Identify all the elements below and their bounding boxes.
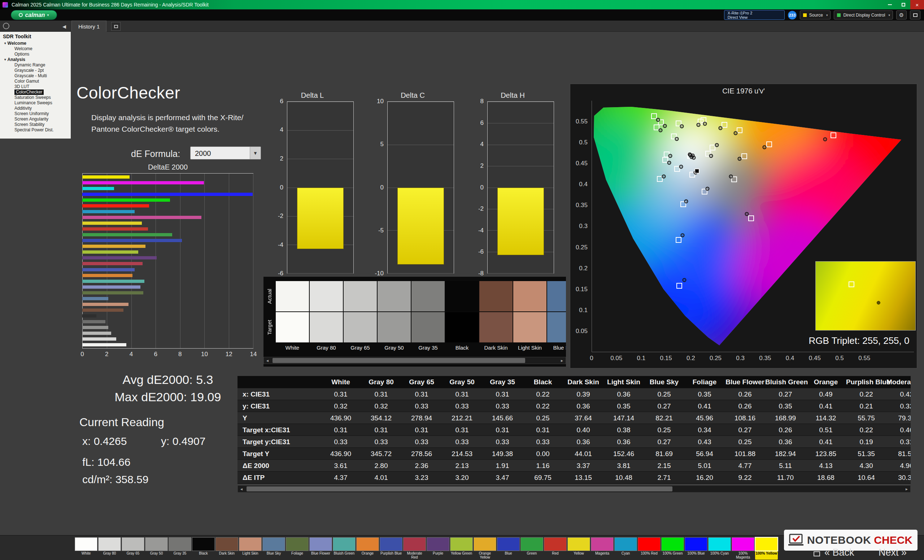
patch-button-100-magenta[interactable]: 100% Magenta — [732, 537, 754, 560]
patch-button-gray-35[interactable]: Gray 35 — [168, 537, 191, 560]
delta-l-tick-label: 2 — [280, 155, 284, 162]
target-swatch — [513, 312, 546, 343]
patch-button-dark-skin[interactable]: Dark Skin — [216, 537, 238, 560]
sidebar-item-luminance-sweeps[interactable]: Luminance Sweeps — [0, 100, 71, 106]
scroll-left-icon[interactable]: ◄ — [264, 357, 271, 364]
scroll-right-icon[interactable]: ► — [903, 486, 910, 492]
de-formula-select[interactable]: 2000 ▼ — [190, 147, 261, 159]
sidebar-item-label: Dynamic Range — [14, 63, 45, 68]
target-swatch — [411, 312, 445, 343]
patch-color — [333, 537, 356, 551]
table-cell: 214.53 — [442, 448, 482, 459]
patch-button-100-green[interactable]: 100% Green — [661, 537, 684, 560]
table-row-y: Y436.90354.12278.94212.21145.660.2537.64… — [237, 412, 910, 424]
swatch-strip-panel: Actual Target WhiteGray 80Gray 65Gray 50… — [264, 277, 566, 367]
patch-button-orange-yellow[interactable]: Orange Yellow — [474, 537, 496, 560]
sidebar: SDR Toolkit ▾WelcomeWelcomeOptions▾Analy… — [0, 32, 71, 139]
calman-logo-icon — [19, 13, 23, 17]
patch-button-gray-80[interactable]: Gray 80 — [98, 537, 121, 560]
minimize-button[interactable] — [883, 0, 897, 9]
sidebar-item-additivity[interactable]: Additivity — [0, 106, 71, 111]
sidebar-item-spectral-power-dist[interactable]: Spectral Power Dist. — [0, 127, 71, 133]
patch-button-100-red[interactable]: 100% Red — [638, 537, 660, 560]
scroll-right-icon[interactable]: ► — [558, 357, 566, 364]
deltae-bar-moderate-red — [82, 262, 142, 265]
sidebar-item-saturation-sweeps[interactable]: Saturation Sweeps — [0, 95, 71, 100]
patch-button-purplish-blue[interactable]: Purplish Blue — [380, 537, 402, 560]
patch-button-100-yellow[interactable]: 100% Yellow — [755, 537, 778, 560]
swatch-scroll-thumb[interactable] — [273, 358, 525, 363]
sidebar-item-grayscale-multi[interactable]: Grayscale - Multi — [0, 73, 71, 79]
patch-button-gray-50[interactable]: Gray 50 — [145, 537, 168, 560]
fullscreen-button[interactable] — [910, 10, 920, 19]
patch-button-blue-flower[interactable]: Blue Flower — [309, 537, 332, 560]
sidebar-item-screen-uniformity[interactable]: Screen Uniformity — [0, 111, 71, 117]
new-tab-button[interactable] — [111, 22, 120, 31]
meter-button[interactable]: X-Rite i1Pro 2 Direct View — [724, 10, 784, 20]
swatch-scrollbar[interactable]: ◄ ► — [264, 357, 566, 364]
patch-button-black[interactable]: Black — [192, 537, 215, 560]
patch-button-blue[interactable]: Blue — [497, 537, 520, 560]
patch-label: Blue Sky — [262, 551, 285, 560]
sidebar-item-3d-lut[interactable]: 3D LUT — [0, 84, 71, 90]
sidebar-item-color-gamut[interactable]: Color Gamut — [0, 79, 71, 84]
swatch-column-black: Black — [446, 281, 478, 352]
patch-button-yellow-green[interactable]: Yellow Green — [450, 537, 473, 560]
tree-expand-icon[interactable]: ▾ — [4, 57, 6, 63]
close-button[interactable]: × — [910, 0, 924, 9]
table-cell: 0.51 — [806, 424, 846, 436]
source-dropdown[interactable]: Source ▾ — [800, 10, 831, 19]
table-cell: 0.35 — [765, 400, 806, 412]
delta-l-bar — [297, 188, 343, 249]
maximize-button[interactable] — [897, 0, 910, 9]
settings-button[interactable]: ⚙ — [896, 10, 907, 19]
patch-button-foliage[interactable]: Foliage — [286, 537, 309, 560]
back-button[interactable]: « Back — [824, 547, 854, 558]
sidebar-item-welcome[interactable]: ▾Welcome — [0, 41, 71, 46]
patch-button-green[interactable]: Green — [520, 537, 543, 560]
sidebar-item-screen-angularity[interactable]: Screen Angularity — [0, 117, 71, 122]
sidebar-item-grayscale-2pt[interactable]: Grayscale - 2pt — [0, 68, 71, 73]
table-cell: 212.21 — [442, 412, 482, 424]
sidebar-collapse-button[interactable]: ◀ — [60, 22, 69, 31]
scroll-left-icon[interactable]: ◄ — [238, 486, 245, 492]
table-cell: 0.38 — [603, 424, 644, 436]
sidebar-item-dynamic-range[interactable]: Dynamic Range — [0, 63, 71, 68]
table-cell: 354.12 — [361, 412, 401, 424]
cie-target-marker — [676, 283, 682, 289]
patch-label: Magenta — [591, 551, 614, 560]
sidebar-item-screen-stability[interactable]: Screen Stability — [0, 122, 71, 127]
table-row-label: y: CIE31 — [237, 400, 321, 412]
sidebar-item-options[interactable]: Options — [0, 52, 71, 57]
display-control-dropdown[interactable]: Direct Display Control ▾ — [834, 10, 893, 19]
tree-expand-icon[interactable]: ▾ — [4, 41, 6, 46]
patch-button-cyan[interactable]: Cyan — [614, 537, 637, 560]
patch-button-blue-sky[interactable]: Blue Sky — [262, 537, 285, 560]
calman-logo-menu[interactable]: calman ▾ — [11, 10, 57, 20]
sidebar-item-colorchecker[interactable]: ColorChecker — [0, 90, 71, 95]
pin-button[interactable] — [3, 23, 9, 29]
table-scroll-thumb[interactable] — [246, 487, 672, 491]
page-description: Display analysis is performed with the X… — [92, 112, 243, 135]
patch-button-100-cyan[interactable]: 100% Cyan — [708, 537, 731, 560]
patch-button-white[interactable]: White — [75, 537, 98, 560]
patch-button-orange[interactable]: Orange — [356, 537, 379, 560]
next-button[interactable]: Next » — [879, 547, 907, 558]
patch-button-magenta[interactable]: Magenta — [591, 537, 614, 560]
patch-button-moderate-red[interactable]: Moderate Red — [403, 537, 426, 560]
patch-button-bluish-green[interactable]: Bluish Green — [333, 537, 356, 560]
sidebar-item-analysis[interactable]: ▾Analysis — [0, 57, 71, 63]
patch-button-gray-65[interactable]: Gray 65 — [122, 537, 144, 560]
patch-button-red[interactable]: Red — [544, 537, 567, 560]
patch-button-purple[interactable]: Purple — [427, 537, 449, 560]
table-cell: 0.31 — [321, 424, 361, 436]
patch-button-light-skin[interactable]: Light Skin — [239, 537, 262, 560]
sidebar-item-welcome[interactable]: Welcome — [0, 46, 71, 52]
patch-button-100-blue[interactable]: 100% Blue — [685, 537, 707, 560]
reading-count-badge[interactable]: 233 — [788, 11, 796, 19]
tab-history-1[interactable]: History 1 — [72, 21, 106, 32]
table-scrollbar[interactable]: ◄ ► — [237, 485, 910, 493]
table-row-e-2000: ΔE 20003.612.802.362.131.911.163.373.812… — [237, 460, 910, 472]
patch-button-yellow[interactable]: Yellow — [567, 537, 590, 560]
swatch-column-blue-sky: Blue Sky — [547, 281, 566, 352]
